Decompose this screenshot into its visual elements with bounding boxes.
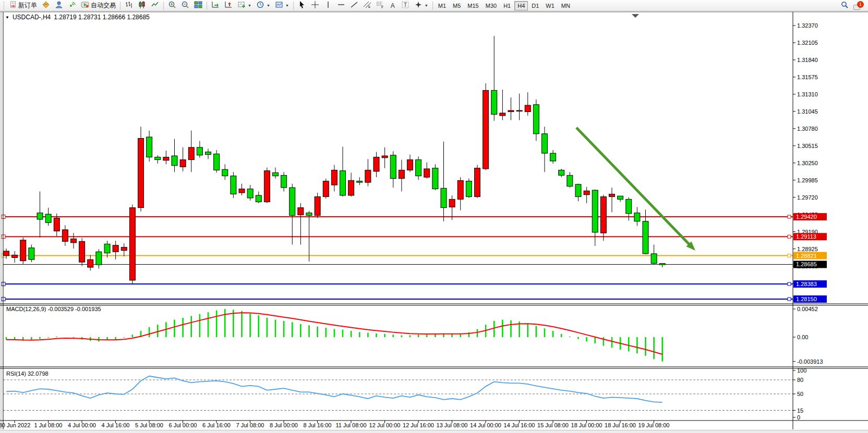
time-axis-label: 5 Jul 08:00: [135, 422, 163, 428]
candlestick-chart-icon: [138, 1, 146, 10]
chevron-down-icon: ▼: [248, 4, 251, 7]
timeframe-button-W1[interactable]: W1: [542, 1, 558, 10]
svg-text:F: F: [381, 5, 383, 9]
equidistant-channel-button[interactable]: E: [361, 1, 373, 11]
templates-button[interactable]: ▼: [273, 1, 291, 11]
candle: [231, 176, 236, 194]
zoom-out-button[interactable]: [179, 1, 191, 11]
trendline-button[interactable]: [348, 1, 360, 11]
candle: [281, 175, 287, 188]
vertical-line-icon: [324, 1, 332, 10]
svg-text:E: E: [368, 5, 370, 8]
price-tag-label: 1.29113: [796, 233, 816, 240]
new-chart-icon: [237, 1, 246, 10]
candle: [155, 157, 161, 160]
timeframe-button-M1[interactable]: M1: [435, 1, 449, 10]
candle: [592, 190, 598, 232]
search-button[interactable]: [838, 1, 851, 11]
crosshair-icon: [311, 1, 319, 10]
timeframe-button-M15[interactable]: M15: [464, 1, 481, 10]
candle: [163, 157, 169, 160]
tile-windows-button[interactable]: [192, 1, 204, 11]
candle: [449, 199, 455, 207]
line-anchor-right[interactable]: [788, 254, 791, 257]
candle: [54, 218, 59, 231]
candle: [457, 180, 463, 199]
candle: [172, 156, 177, 166]
bar-chart-button[interactable]: [123, 1, 135, 11]
toolbar-grip[interactable]: [4, 2, 5, 10]
price-axis-tick-label: 1.31045: [797, 108, 818, 115]
data-window-button[interactable]: [53, 1, 65, 11]
auto-scroll-icon: [211, 1, 220, 10]
timeframe-button-H4[interactable]: H4: [514, 1, 528, 10]
chart-shift-marker[interactable]: [632, 14, 639, 18]
candle: [567, 175, 573, 186]
autotrading-label: 自动交易: [91, 1, 116, 10]
price-axis-tick-label: 1.30515: [797, 143, 818, 149]
line-anchor-right[interactable]: [788, 235, 791, 238]
candle: [399, 170, 404, 178]
timeframe-button-M5[interactable]: M5: [450, 1, 464, 10]
line-chart-button[interactable]: [149, 1, 161, 11]
candle: [4, 251, 9, 256]
fibonacci-button[interactable]: F: [374, 1, 387, 11]
candlestick-chart-button[interactable]: [136, 1, 148, 11]
autotrading-button[interactable]: 自动交易: [79, 1, 118, 11]
mt4-application-window: 新订单 自动交易: [0, 0, 868, 433]
text-icon: A: [391, 2, 395, 9]
price-axis-tick-label: 1.28925: [797, 246, 818, 252]
crosshair-button[interactable]: [309, 1, 321, 11]
candle: [575, 184, 581, 197]
candle: [651, 254, 657, 264]
new-chart-button[interactable]: ▼: [235, 1, 254, 11]
timeframe-button-H1[interactable]: H1: [500, 1, 514, 10]
rsi-axis-label: 0: [797, 414, 800, 420]
candle: [121, 247, 127, 250]
arrows-button[interactable]: ▼: [412, 1, 430, 11]
horizontal-scrollbar[interactable]: [0, 430, 868, 433]
toolbar-separator: [120, 2, 120, 10]
time-axis-label: 1 Jul 08:00: [34, 422, 63, 428]
candle: [542, 134, 548, 153]
periods-button[interactable]: ▼: [254, 1, 272, 11]
text-label-button[interactable]: T: [399, 1, 412, 11]
rsi-axis-label: 100: [797, 367, 806, 374]
candle: [600, 196, 606, 233]
timeframe-button-MN[interactable]: MN: [558, 1, 573, 10]
candle: [96, 252, 102, 265]
zoom-in-button[interactable]: [166, 1, 178, 11]
horizontal-line-button[interactable]: [335, 1, 347, 11]
periods-icon: [256, 1, 264, 10]
candle: [206, 152, 211, 155]
rsi-axis-label: 80: [797, 377, 803, 383]
signal-button[interactable]: [66, 1, 78, 11]
data-window-icon: [55, 1, 63, 10]
candle: [407, 160, 413, 170]
toolbar-separator: [163, 2, 164, 10]
notifications-button[interactable]: 1: [851, 1, 866, 11]
line-anchor-right[interactable]: [788, 282, 791, 286]
vertical-line-button[interactable]: [322, 1, 334, 11]
timeframe-button-D1[interactable]: D1: [528, 1, 542, 10]
market-watch-button[interactable]: [40, 1, 52, 11]
price-axis-tick-label: 1.32105: [797, 40, 818, 46]
candle: [71, 239, 77, 242]
line-anchor-right[interactable]: [788, 215, 791, 218]
candle: [416, 160, 421, 176]
chevron-down-icon[interactable]: ▼: [5, 15, 9, 20]
candle: [390, 155, 396, 179]
candle: [357, 181, 363, 182]
line-anchor-right[interactable]: [788, 298, 791, 301]
new-order-label: 新订单: [18, 1, 37, 10]
candle: [348, 180, 354, 195]
auto-scroll-button[interactable]: [209, 1, 222, 11]
cursor-button[interactable]: [296, 1, 308, 11]
timeframe-button-M30[interactable]: M30: [483, 1, 500, 10]
text-button[interactable]: A: [387, 1, 399, 11]
candle: [441, 188, 447, 207]
chart-canvas[interactable]: 1.323701.321051.318401.315751.313101.310…: [0, 0, 868, 433]
new-order-button[interactable]: 新订单: [7, 1, 39, 11]
macd-label: MACD(12,26,9) -0.003529 -0.001935: [6, 306, 101, 312]
chart-shift-button[interactable]: [222, 1, 235, 11]
